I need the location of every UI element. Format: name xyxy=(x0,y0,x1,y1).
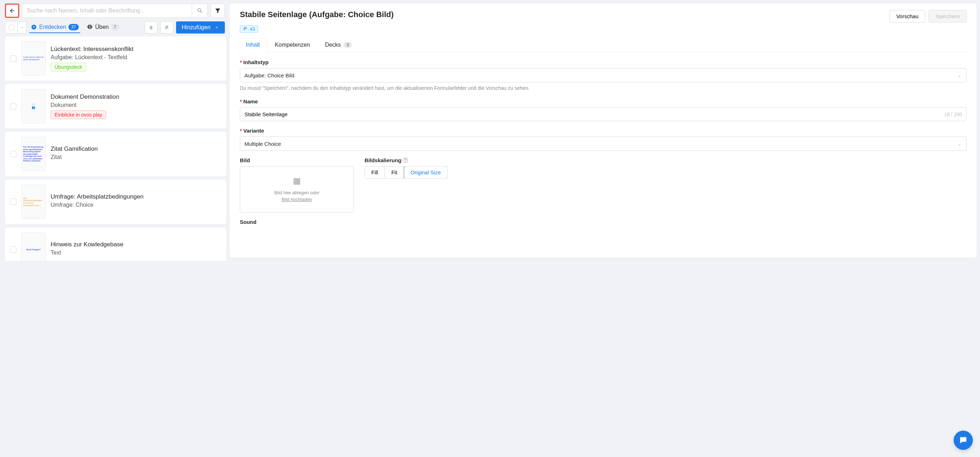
name-input[interactable] xyxy=(240,107,966,121)
fingerprint-icon xyxy=(243,27,248,31)
scale-option-fill[interactable]: Fill xyxy=(365,166,385,178)
item-title: Dokument Demonstration xyxy=(51,93,221,100)
image-icon xyxy=(292,177,302,186)
list-item[interactable]: Für die Entwicklung eines gamifizierten … xyxy=(5,132,226,176)
detail-tab-decks-count: 3 xyxy=(344,42,352,48)
content-list: Lorem ipsum dolor sit amet consectetur L… xyxy=(0,37,230,261)
list-item[interactable]: Noch Fragen? Hinweis zur Kowledgebase Te… xyxy=(5,228,226,261)
tab-discover-count: 37 xyxy=(68,24,79,30)
item-tag: Übungsdeck xyxy=(51,63,86,71)
chevron-down-icon xyxy=(20,25,24,29)
content-type-label: Inhaltstyp xyxy=(243,59,269,65)
copy-icon xyxy=(164,25,170,30)
item-subtitle: Dokument xyxy=(51,102,221,108)
item-thumbnail: Für die Entwicklung eines gamifizierten … xyxy=(21,137,46,171)
list-item[interactable]: Die Arbeitsbedingungen an meinem Arbeits… xyxy=(5,180,226,224)
scale-label: Bildskalierung xyxy=(364,157,401,163)
tab-discover[interactable]: Entdecken 37 xyxy=(29,22,80,33)
item-checkbox[interactable] xyxy=(10,55,16,62)
filter-button[interactable] xyxy=(211,3,225,18)
list-item[interactable]: Lorem ipsum dolor sit amet consectetur L… xyxy=(5,37,226,81)
item-thumbnail: Lorem ipsum dolor sit amet consectetur xyxy=(21,41,46,76)
scale-segmented: Fill Fit Original Size xyxy=(364,166,448,178)
search-button[interactable] xyxy=(192,4,207,18)
item-subtitle: Aufgabe: Lückentext - Textfeld xyxy=(51,54,221,61)
search-icon xyxy=(197,8,203,14)
name-char-count: 18 / 200 xyxy=(944,111,962,117)
back-button[interactable] xyxy=(5,3,19,18)
content-type-hint: Du musst "Speichern", nachdem du den Inh… xyxy=(240,84,966,92)
fingerprint-count: 43 xyxy=(250,26,255,32)
select-all-checkbox[interactable] xyxy=(8,25,14,30)
select-all-control[interactable] xyxy=(5,21,26,33)
item-title: Hinweis zur Kowledgebase xyxy=(51,241,221,248)
content-type-value: Aufgabe: Choice Bild xyxy=(245,72,294,78)
search-input[interactable] xyxy=(22,4,192,18)
filter-icon xyxy=(215,8,221,14)
copy-button[interactable] xyxy=(161,21,173,33)
item-title: Umfrage: Arbeitsplatzbedingungen xyxy=(51,193,221,200)
tab-practice-count: 7 xyxy=(111,24,119,30)
chevron-down-icon: ⌄ xyxy=(957,72,962,78)
compass-icon xyxy=(31,24,37,30)
item-thumbnail: 📄👥 xyxy=(21,89,46,123)
item-subtitle: Text xyxy=(51,250,221,256)
trash-icon xyxy=(148,25,154,30)
detail-tab-decks[interactable]: Decks3 xyxy=(318,38,359,52)
select-all-dropdown[interactable] xyxy=(18,22,26,33)
tab-discover-label: Entdecken xyxy=(39,24,66,30)
detail-tab-content[interactable]: Inhalt xyxy=(239,38,267,52)
image-label: Bild xyxy=(240,157,250,163)
save-button: Speichern xyxy=(929,10,966,22)
item-thumbnail: Noch Fragen? xyxy=(21,232,46,261)
image-drop-text: Bild hier ablegen oder xyxy=(274,190,319,195)
tab-practice-label: Üben xyxy=(95,24,109,30)
detail-tab-competencies[interactable]: Kompetenzen xyxy=(267,38,318,52)
item-subtitle: Umfrage: Choice xyxy=(51,202,221,208)
arrow-left-icon xyxy=(9,8,15,14)
variant-label: Variante xyxy=(243,127,264,134)
name-label: Name xyxy=(243,99,258,104)
scale-option-fit[interactable]: Fit xyxy=(385,166,404,178)
brain-icon xyxy=(87,24,93,30)
item-tag: Einblicke in ovos play xyxy=(51,110,106,119)
item-checkbox[interactable] xyxy=(10,246,16,253)
item-title: Lückentext: Interessenskonflikt xyxy=(51,46,221,53)
item-checkbox[interactable] xyxy=(10,151,16,157)
variant-select[interactable]: Multiple Choice ⌄ xyxy=(240,137,966,151)
preview-button[interactable]: Vorschau xyxy=(889,10,926,22)
chevron-down-icon: ⌄ xyxy=(957,140,962,147)
info-icon[interactable]: ? xyxy=(403,158,408,163)
fingerprint-badge[interactable]: 43 xyxy=(240,25,258,33)
variant-value: Multiple Choice xyxy=(245,141,281,147)
detail-title: Stabile Seitenlage (Aufgabe: Choice Bild… xyxy=(240,10,394,19)
content-type-select[interactable]: Aufgabe: Choice Bild ⌄ xyxy=(240,68,966,82)
add-button-label: Hinzufügen xyxy=(182,24,211,31)
image-upload-link[interactable]: Bild hochladen xyxy=(282,197,312,202)
image-upload[interactable]: Bild hier ablegen oder Bild hochladen xyxy=(240,166,354,212)
item-checkbox[interactable] xyxy=(10,103,16,110)
sound-label: Sound xyxy=(240,219,256,225)
item-checkbox[interactable] xyxy=(10,199,16,205)
item-title: Zitat Gamification xyxy=(51,145,221,153)
item-subtitle: Zitat xyxy=(51,154,221,161)
tab-practice[interactable]: Üben 7 xyxy=(85,22,121,33)
item-thumbnail: Die Arbeitsbedingungen an meinem Arbeits… xyxy=(21,185,46,219)
add-button[interactable]: Hinzufügen xyxy=(176,21,225,33)
list-item[interactable]: 📄👥 Dokument Demonstration Dokument Einbl… xyxy=(5,84,226,128)
scale-option-original[interactable]: Original Size xyxy=(404,166,448,178)
chevron-down-icon xyxy=(214,25,219,30)
delete-button[interactable] xyxy=(145,21,158,33)
